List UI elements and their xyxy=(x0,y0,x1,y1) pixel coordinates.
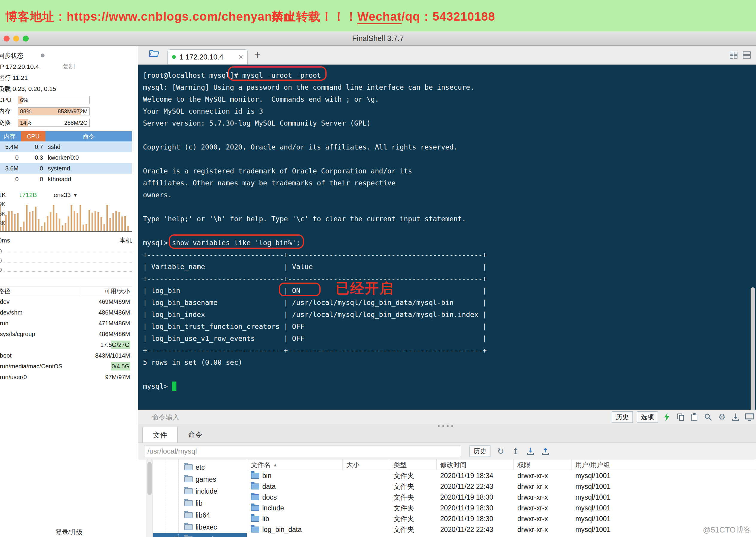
file-row[interactable]: docs文件夹2020/11/19 18:30drwxr-xr-xmysql/1… xyxy=(247,492,756,503)
path-history-button[interactable]: 历史 xyxy=(470,445,490,457)
tree-scrollbar[interactable] xyxy=(147,460,152,537)
layout-grid-icon[interactable] xyxy=(729,51,738,60)
splitter-handle[interactable] xyxy=(437,425,455,427)
copy-ip-button[interactable]: 复制 xyxy=(63,62,75,70)
file-mtime-cell: 2020/11/22 22:43 xyxy=(437,526,514,534)
net-bar xyxy=(62,226,63,231)
file-col-header[interactable]: 权限 xyxy=(514,460,572,470)
disk-size: 0/4.5G xyxy=(81,361,132,372)
lightning-icon[interactable] xyxy=(662,412,672,422)
process-cell[interactable]: kworker/0:0 xyxy=(45,152,132,163)
disk-size-value: 469M/469M xyxy=(99,298,130,305)
ping-gridline xyxy=(4,271,132,272)
session-tab[interactable]: 1 172.20.10.4 × xyxy=(167,49,248,64)
file-panel: 文件 命令 /usr/local/mysql 历史 ↻ ↥ xyxy=(138,424,756,537)
tab-files[interactable]: 文件 xyxy=(142,427,178,442)
file-col-header[interactable]: 类型 xyxy=(390,460,437,470)
terminal-line: | log_bin_index | /usr/local/mysql/log_b… xyxy=(143,309,486,320)
download-file-icon[interactable] xyxy=(526,446,535,456)
minimize-window-button[interactable] xyxy=(13,36,19,42)
process-col-header[interactable]: 命令 xyxy=(45,131,132,142)
path-input[interactable]: /usr/local/mysql xyxy=(144,445,461,457)
tree-item-lib[interactable]: lib xyxy=(153,497,247,509)
terminal-line: | log_bin_trust_function_creators | OFF … xyxy=(143,320,486,333)
net-axis-label: 9K xyxy=(0,201,5,208)
process-col-header[interactable]: CPU xyxy=(21,131,45,142)
disk-col-path: 路径 xyxy=(0,286,81,296)
login-upgrade-link[interactable]: 登录/升级 xyxy=(56,528,83,536)
options-button[interactable]: 选项 xyxy=(637,411,658,423)
tab-commands[interactable]: 命令 xyxy=(178,427,213,442)
terminal-scrollbar[interactable] xyxy=(751,287,755,410)
tree-item-etc[interactable]: etc xyxy=(153,461,247,473)
disk-table: 路径 可用/大小 /dev469M/469M/dev/shm486M/486M/… xyxy=(0,286,132,383)
file-col-header[interactable]: 用户/用户组 xyxy=(572,460,756,470)
tree-item-include[interactable]: include xyxy=(153,485,247,497)
close-tab-icon[interactable]: × xyxy=(239,52,243,62)
paste-icon[interactable] xyxy=(690,412,699,422)
tree-item-libexec[interactable]: libexec xyxy=(153,521,247,533)
open-connection-folder-icon[interactable] xyxy=(149,49,160,58)
file-perm-cell: drwxr-xr-x xyxy=(514,504,572,512)
process-cell[interactable]: 0 xyxy=(0,174,21,185)
file-col-header-label: 大小 xyxy=(346,461,359,470)
command-input[interactable]: 命令输入 xyxy=(152,413,612,422)
close-window-button[interactable] xyxy=(4,36,10,42)
net-bar xyxy=(50,212,52,231)
process-cell[interactable]: 0.7 xyxy=(21,142,45,152)
network-traffic-chart: 9K 6K 3K xyxy=(0,201,132,232)
terminal-screen[interactable]: [root@localhost mysql]# mysql -uroot -pr… xyxy=(138,64,756,410)
upload-file-icon[interactable] xyxy=(541,446,550,456)
process-col-header[interactable]: 内存 xyxy=(0,131,21,142)
monitor-icon[interactable] xyxy=(745,412,754,422)
file-panel-tabs: 文件 命令 xyxy=(138,424,756,443)
terminal-line: | log_bin_use_v1_row_events | OFF | xyxy=(143,333,486,345)
file-row[interactable]: include文件夹2020/11/19 18:30drwxr-xr-xmysq… xyxy=(247,503,756,514)
history-button[interactable]: 历史 xyxy=(612,411,633,423)
file-col-header[interactable]: 修改时间 xyxy=(437,460,514,470)
maximize-window-button[interactable] xyxy=(23,36,29,42)
file-col-header[interactable]: 文件名▲ xyxy=(247,460,343,470)
file-col-header[interactable]: 大小 xyxy=(343,460,390,470)
up-directory-icon[interactable]: ↥ xyxy=(511,446,520,456)
tree-item-lib64[interactable]: lib64 xyxy=(153,509,247,521)
file-type-cell: 文件夹 xyxy=(390,525,437,534)
net-bar xyxy=(41,227,42,231)
disk-size-value: 17.5G/27G xyxy=(100,341,130,349)
disk-row: /dev469M/469M xyxy=(0,296,132,307)
process-cell[interactable]: 0 xyxy=(21,174,45,185)
net-bar xyxy=(115,211,117,231)
process-cell[interactable]: sshd xyxy=(45,142,132,152)
banner-no-repost: 禁止转载！！！ xyxy=(272,10,357,23)
process-cell[interactable]: 0 xyxy=(21,163,45,174)
process-cell[interactable]: 3.6M xyxy=(0,163,21,174)
net-bar xyxy=(56,213,58,231)
tree-item-mysql[interactable]: mysql xyxy=(153,533,247,537)
interface-selector[interactable]: ens33 ▼ xyxy=(54,191,77,198)
terminal-line: | log_bin_basename | /usr/local/mysql/lo… xyxy=(143,297,486,309)
process-cell[interactable]: 0 xyxy=(0,152,21,163)
layout-rows-icon[interactable] xyxy=(742,51,751,60)
file-name: log_bin_data xyxy=(262,526,302,534)
file-row[interactable]: lib文件夹2020/11/19 18:30drwxr-xr-xmysql/10… xyxy=(247,514,756,524)
net-bar xyxy=(32,211,33,231)
gear-icon[interactable]: ⚙ xyxy=(717,412,727,422)
process-cell[interactable]: systemd xyxy=(45,163,132,174)
titlebar: FinalShell 3.7.7 xyxy=(0,31,756,46)
connected-status-icon xyxy=(172,55,176,59)
download-icon[interactable] xyxy=(731,412,740,422)
new-tab-button[interactable]: + xyxy=(254,49,261,61)
file-row[interactable]: log_bin_data文件夹2020/11/22 22:43drwxr-xr-… xyxy=(247,524,756,535)
terminal-line xyxy=(143,153,486,165)
process-cell[interactable]: 0.3 xyxy=(21,152,45,163)
scrollbar-thumb[interactable] xyxy=(147,462,151,495)
sort-asc-icon: ▲ xyxy=(273,462,277,467)
search-icon[interactable] xyxy=(703,412,713,422)
process-cell[interactable]: kthreadd xyxy=(45,174,132,185)
tree-item-games[interactable]: games xyxy=(153,473,247,485)
file-row[interactable]: bin文件夹2020/11/19 18:34drwxr-xr-xmysql/10… xyxy=(247,470,756,481)
refresh-icon[interactable]: ↻ xyxy=(496,446,505,456)
copy-icon[interactable] xyxy=(676,412,686,422)
process-cell[interactable]: 5.4M xyxy=(0,142,21,152)
file-row[interactable]: data文件夹2020/11/22 22:43drwxr-xr-xmysql/1… xyxy=(247,481,756,492)
